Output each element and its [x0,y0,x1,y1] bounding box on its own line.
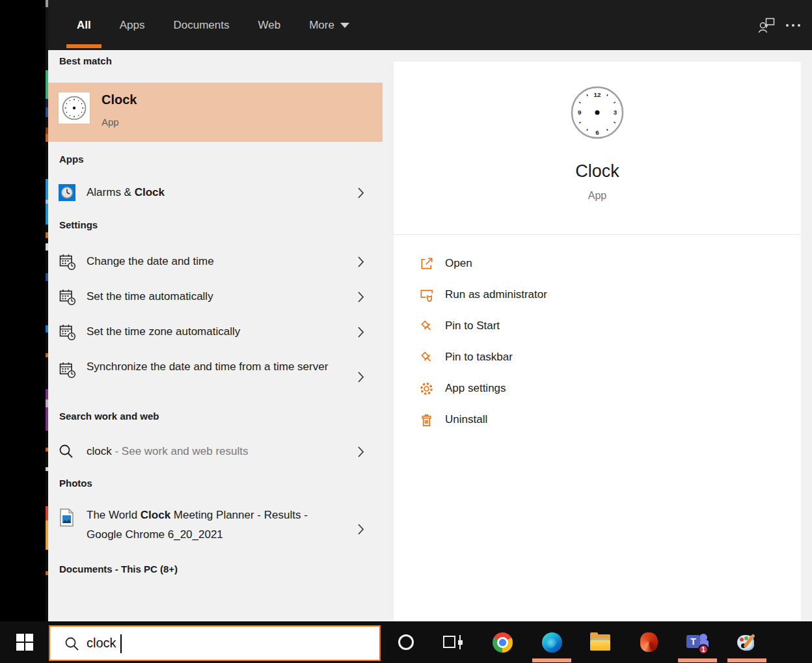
chrome-button[interactable] [481,621,523,663]
setting-sync-time-server[interactable]: Synchronize the date and time from a tim… [48,349,383,404]
alarms-clock-app-icon [59,184,75,204]
cortana-icon [398,634,414,650]
chevron-right-icon[interactable] [357,326,364,341]
setting-set-timezone-auto[interactable]: Set the time zone automatically [48,314,383,349]
documents-header: Documents - This PC (8+) [59,563,178,575]
action-list: Open Run as administrator [394,248,801,435]
chevron-right-icon[interactable] [357,446,364,461]
search-filter-bar: All Apps Documents Web More [46,0,812,50]
search-icon [59,444,74,461]
best-match-subtitle: App [102,116,119,128]
preview-subtitle: App [394,190,801,202]
feedback-user-icon[interactable] [747,18,786,33]
apps-header: Apps [59,154,84,165]
result-alarms-and-clock[interactable]: Alarms & Clock [48,176,383,210]
chevron-right-icon[interactable] [357,523,364,538]
file-explorer-button[interactable] [579,621,621,663]
calendar-clock-icon [59,361,76,381]
result-photo-world-clock[interactable]: The World Clock Meeting Planner - Result… [48,502,383,556]
edge-button[interactable] [531,621,573,663]
active-indicator-paint [727,658,766,662]
result-label: clock - See work and web results [87,435,249,468]
chevron-right-icon[interactable] [357,371,364,386]
clock-app-icon-large: 12 3 6 9 [570,85,625,142]
open-icon [418,256,434,271]
office-icon [640,632,658,652]
setting-set-time-auto[interactable]: Set the time automatically [48,279,383,314]
photos-header: Photos [59,478,92,489]
preview-area: 12 3 6 9 Clock App [383,50,812,621]
chevron-down-icon [340,23,349,28]
windows-start-search: All Apps Documents Web More Best match [0,0,812,663]
action-pin-to-start[interactable]: Pin to Start [394,310,801,342]
office-button[interactable] [628,621,670,663]
active-indicator-edge [532,658,571,662]
search-icon [64,636,79,651]
chrome-icon [493,632,513,653]
action-pin-to-taskbar[interactable]: Pin to taskbar [394,342,801,373]
tab-web[interactable]: Web [251,0,287,50]
svg-text:3: 3 [614,109,617,116]
calendar-clock-icon [59,323,76,344]
ellipsis-icon[interactable] [786,24,800,27]
action-run-as-admin[interactable]: Run as administrator [394,279,801,310]
result-web-search-clock[interactable]: clock - See work and web results [48,435,383,468]
result-label: The World Clock Meeting Planner - Result… [87,506,321,545]
desktop-edge-sliver [46,0,48,621]
cortana-button[interactable] [385,621,427,663]
svg-text:12: 12 [594,91,601,98]
best-match-title: Clock [102,92,137,107]
file-explorer-icon [590,634,610,651]
image-file-icon [59,508,75,530]
divider [394,234,801,235]
tab-more[interactable]: More [303,0,356,50]
setting-label: Set the time automatically [87,279,213,314]
setting-label: Set the time zone automatically [87,314,240,349]
taskbar: T 1 [0,621,812,663]
tab-documents[interactable]: Documents [167,0,236,50]
search-results-panel: Best match Clock App [48,50,383,621]
action-open[interactable]: Open [394,248,801,279]
tab-apps[interactable]: Apps [113,0,152,50]
teams-button[interactable]: T 1 [677,621,718,663]
calendar-clock-icon [59,288,76,308]
setting-change-date-time[interactable]: Change the date and time [48,244,383,279]
tab-all[interactable]: All [70,0,98,50]
task-view-icon [443,635,463,649]
preview-card: 12 3 6 9 Clock App [394,62,801,621]
search-input[interactable] [87,627,334,660]
chevron-right-icon[interactable] [357,256,364,271]
paint-icon [737,632,757,653]
preview-title: Clock [394,161,801,182]
start-button[interactable] [0,621,49,663]
text-cursor [120,634,122,653]
trash-icon [418,412,434,427]
result-label: Alarms & Clock [87,176,165,210]
best-match-header: Best match [59,55,112,66]
settings-header: Settings [59,219,98,230]
edge-icon [542,632,562,653]
shield-icon [418,287,434,303]
setting-label: Change the date and time [87,244,214,279]
best-match-result-clock[interactable]: Clock App [48,83,383,142]
pin-icon [418,318,434,334]
chevron-right-icon[interactable] [357,291,364,306]
windows-logo-icon [16,634,33,651]
active-indicator-teams [678,658,717,662]
chevron-right-icon[interactable] [357,187,364,202]
gear-icon [418,381,434,396]
action-app-settings[interactable]: App settings [394,373,801,404]
pin-icon [418,349,434,365]
teams-notification-badge: 1 [698,644,709,655]
svg-text:6: 6 [595,129,599,136]
task-view-button[interactable] [432,621,474,663]
action-uninstall[interactable]: Uninstall [394,404,801,435]
clock-app-icon [59,92,90,124]
svg-text:9: 9 [578,109,582,116]
calendar-clock-icon [59,253,76,273]
paint-button[interactable] [726,621,768,663]
teams-icon: T 1 [686,632,709,652]
setting-label: Synchronize the date and time from a tim… [87,357,329,377]
taskbar-search-box[interactable] [49,625,381,661]
search-work-web-header: Search work and web [59,411,159,422]
